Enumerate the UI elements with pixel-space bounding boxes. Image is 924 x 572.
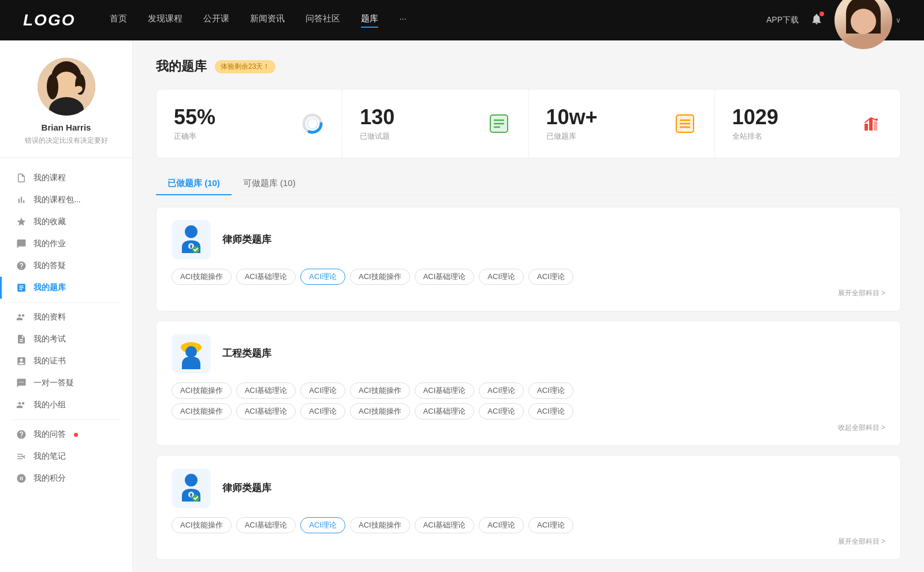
l2-tag-3[interactable]: ACI技能操作 <box>350 517 410 533</box>
l2-tag-1[interactable]: ACI基础理论 <box>236 517 296 533</box>
nav-qa[interactable]: 问答社区 <box>305 13 340 28</box>
eng-tag-3[interactable]: ACI技能操作 <box>350 382 410 399</box>
app-download-button[interactable]: APP下载 <box>766 15 799 25</box>
navbar-right: APP下载 ∨ <box>766 0 901 49</box>
sidebar-item-profile[interactable]: 我的资料 <box>0 306 132 328</box>
stat-banks-value: 10w+ <box>546 106 665 129</box>
nav-qbank[interactable]: 题库 <box>361 13 378 28</box>
tag-6[interactable]: ACI理论 <box>528 269 573 285</box>
l2-tag-0[interactable]: ACI技能操作 <box>172 517 232 533</box>
eng-tag-5[interactable]: ACI理论 <box>479 382 524 399</box>
qbank-title-lawyer-2: 律师类题库 <box>222 481 271 495</box>
qbank-tags-lawyer-2: ACI技能操作 ACI基础理论 ACI理论 ACI技能操作 ACI基础理论 AC… <box>172 517 885 533</box>
qbank-icon-engineer <box>172 334 211 373</box>
expand-link-3[interactable]: 展开全部科目 > <box>172 537 885 547</box>
nav-open-course[interactable]: 公开课 <box>203 13 229 28</box>
svg-point-25 <box>185 225 198 238</box>
user-avatar-button[interactable]: ∨ <box>834 0 901 49</box>
sidebar-item-label: 我的问答 <box>33 429 66 440</box>
nav-home[interactable]: 首页 <box>110 13 127 28</box>
eng2-tag-0[interactable]: ACI技能操作 <box>172 403 232 419</box>
eng2-tag-1[interactable]: ACI基础理论 <box>236 403 296 419</box>
l2-tag-6[interactable]: ACI理论 <box>528 517 573 533</box>
qbank-title-engineer: 工程类题库 <box>222 347 271 360</box>
eng-tag-6[interactable]: ACI理论 <box>528 382 573 399</box>
stat-questions-value: 130 <box>360 106 478 129</box>
l2-tag-2[interactable]: ACI理论 <box>300 517 345 533</box>
nav-courses[interactable]: 发现课程 <box>148 13 182 28</box>
sidebar-item-label: 我的课程包... <box>33 195 81 205</box>
notification-bell[interactable] <box>810 13 823 28</box>
tag-3[interactable]: ACI技能操作 <box>350 269 410 285</box>
qbank-tags-engineer-row1: ACI技能操作 ACI基础理论 ACI理论 ACI技能操作 ACI基础理论 AC… <box>172 382 885 399</box>
eng2-tag-6[interactable]: ACI理论 <box>528 403 573 419</box>
qbank-card-engineer: 工程类题库 ACI技能操作 ACI基础理论 ACI理论 ACI技能操作 ACI基… <box>156 321 901 446</box>
tag-1[interactable]: ACI基础理论 <box>236 269 296 285</box>
sidebar-item-label: 我的作业 <box>33 239 66 249</box>
sidebar-item-label: 我的积分 <box>33 473 66 484</box>
stat-accuracy-text: 55% 正确率 <box>174 106 292 142</box>
tag-2[interactable]: ACI理论 <box>300 269 345 285</box>
eng-tag-1[interactable]: ACI基础理论 <box>236 382 296 399</box>
profile-section: Brian Harris 错误的决定比没有决定要好 <box>0 58 132 158</box>
sidebar-item-qbank[interactable]: 我的题库 <box>0 277 132 299</box>
tag-4[interactable]: ACI基础理论 <box>415 269 475 285</box>
svg-rect-21 <box>865 124 868 131</box>
tag-0[interactable]: ACI技能操作 <box>172 269 232 285</box>
sidebar-item-group[interactable]: 我的小组 <box>0 394 132 416</box>
rank-icon <box>859 112 883 136</box>
sidebar-item-label: 我的课程 <box>33 173 66 183</box>
sidebar-item-label: 我的小组 <box>33 400 66 410</box>
eng-tag-4[interactable]: ACI基础理论 <box>415 382 475 399</box>
profile-name: Brian Harris <box>42 122 91 132</box>
tag-5[interactable]: ACI理论 <box>479 269 524 285</box>
l2-tag-5[interactable]: ACI理论 <box>479 517 524 533</box>
eng2-tag-4[interactable]: ACI基础理论 <box>415 403 475 419</box>
stat-banks-text: 10w+ 已做题库 <box>546 106 665 142</box>
page-title: 我的题库 <box>156 58 207 75</box>
qbank-title-lawyer-1: 律师类题库 <box>222 233 271 246</box>
stat-accuracy: 55% 正确率 <box>157 90 342 158</box>
eng2-tag-3[interactable]: ACI技能操作 <box>350 403 410 419</box>
eng-tag-0[interactable]: ACI技能操作 <box>172 382 232 399</box>
sidebar-item-favorites[interactable]: 我的收藏 <box>0 211 132 233</box>
sidebar-item-course-pack[interactable]: 我的课程包... <box>0 189 132 211</box>
qbank-card-header: 律师类题库 <box>172 220 885 259</box>
l2-tag-4[interactable]: ACI基础理论 <box>415 517 475 533</box>
nav-news[interactable]: 新闻资讯 <box>250 13 285 28</box>
navbar: LOGO 首页 发现课程 公开课 新闻资讯 问答社区 题库 ··· APP下载 … <box>0 0 924 40</box>
profile-motto: 错误的决定比没有决定要好 <box>25 136 108 146</box>
qbank-icon-lawyer <box>172 220 211 259</box>
svg-point-10 <box>307 118 318 129</box>
stat-accuracy-value: 55% <box>174 106 292 129</box>
sidebar-item-notes[interactable]: 我的笔记 <box>0 445 132 467</box>
sidebar-item-cert[interactable]: 我的证书 <box>0 350 132 372</box>
sidebar: Brian Harris 错误的决定比没有决定要好 我的课程 我的课程包... … <box>0 40 133 572</box>
sidebar-item-qa[interactable]: 我的答疑 <box>0 255 132 277</box>
tab-available[interactable]: 可做题库 (10) <box>232 172 307 195</box>
stats-row: 55% 正确率 130 已做试题 <box>156 89 901 158</box>
navbar-nav: 首页 发现课程 公开课 新闻资讯 问答社区 题库 ··· <box>110 13 766 28</box>
tab-done[interactable]: 已做题库 (10) <box>156 172 232 195</box>
sidebar-item-label: 我的证书 <box>33 356 66 366</box>
collapse-link[interactable]: 收起全部科目 > <box>172 423 885 433</box>
main-content: 我的题库 体验剩余23天！ 55% 正确率 <box>133 40 924 572</box>
tabs-row: 已做题库 (10) 可做题库 (10) <box>156 172 901 195</box>
expand-link-1[interactable]: 展开全部科目 > <box>172 288 885 298</box>
eng2-tag-5[interactable]: ACI理论 <box>479 403 524 419</box>
sidebar-item-tutoring[interactable]: 一对一答疑 <box>0 372 132 394</box>
sidebar-item-points[interactable]: 我的积分 <box>0 467 132 489</box>
sidebar-item-homework[interactable]: 我的作业 <box>0 233 132 255</box>
sidebar-item-course[interactable]: 我的课程 <box>0 167 132 189</box>
eng-tag-2[interactable]: ACI理论 <box>300 382 345 399</box>
sidebar-item-my-qa[interactable]: 我的问答 <box>0 424 132 445</box>
qa-notification-dot <box>74 433 78 437</box>
sidebar-item-exam[interactable]: 我的考试 <box>0 328 132 350</box>
trial-badge: 体验剩余23天！ <box>215 60 275 73</box>
sidebar-item-label: 一对一答疑 <box>33 378 74 388</box>
svg-rect-22 <box>869 119 873 131</box>
nav-more[interactable]: ··· <box>399 13 407 28</box>
svg-point-30 <box>185 346 197 358</box>
qbank-card-lawyer-1: 律师类题库 ACI技能操作 ACI基础理论 ACI理论 ACI技能操作 ACI基… <box>156 207 901 311</box>
eng2-tag-2[interactable]: ACI理论 <box>300 403 345 419</box>
